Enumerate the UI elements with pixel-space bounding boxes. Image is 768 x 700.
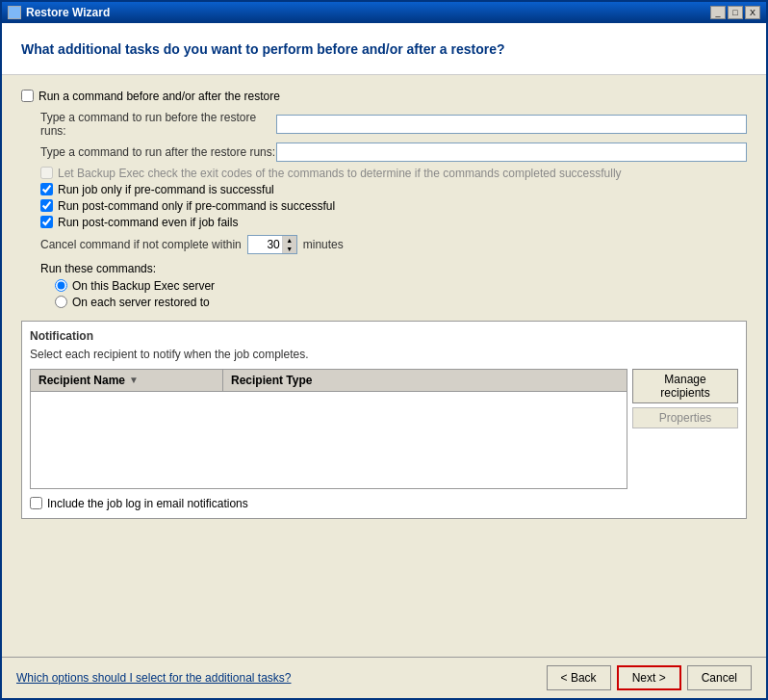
post-pre-checkbox-row: Run post-command only if pre-command is … [40, 199, 747, 213]
before-command-label: Type a command to run before the restore… [40, 111, 276, 138]
include-log-label: Include the job log in email notificatio… [47, 497, 248, 510]
recipients-table-body [31, 392, 627, 488]
minimize-button[interactable]: _ [710, 6, 726, 19]
notification-section: Notification Select each recipient to no… [21, 321, 747, 519]
close-button[interactable]: X [745, 6, 760, 19]
after-command-label: Type a command to run after the restore … [40, 145, 276, 159]
notification-description: Select each recipient to notify when the… [30, 348, 738, 361]
sub-checkboxes: Let Backup Exec check the exit codes of … [21, 167, 747, 229]
backup-exec-server-label: On this Backup Exec server [72, 279, 215, 293]
after-command-input[interactable] [276, 143, 747, 162]
maximize-button[interactable]: □ [728, 6, 743, 19]
pre-command-job-checkbox-row: Run job only if pre-command is successfu… [40, 183, 747, 196]
run-command-section: Run a command before and/or after the re… [21, 90, 747, 309]
post-job-fails-checkbox[interactable] [40, 216, 53, 228]
wizard-body: Run a command before and/or after the re… [2, 75, 766, 657]
pre-command-job-checkbox[interactable] [40, 183, 53, 195]
footer-buttons: < Back Next > Cancel [547, 665, 752, 690]
window-title: Restore Wizard [26, 6, 110, 19]
page-title: What additional tasks do you want to per… [21, 40, 747, 60]
timeout-unit: minutes [303, 238, 344, 251]
spinner-up-button[interactable]: ▲ [283, 236, 296, 245]
main-command-checkbox[interactable] [21, 90, 34, 102]
restore-wizard-window: Restore Wizard _ □ X What additional tas… [0, 0, 768, 700]
radio-each-server: On each server restored to [40, 296, 747, 309]
sort-arrow-icon: ▼ [129, 375, 139, 385]
recipient-name-header: Recipient Name [38, 374, 125, 387]
back-button[interactable]: < Back [547, 665, 611, 690]
backup-exec-server-radio[interactable] [55, 279, 67, 292]
post-pre-checkbox[interactable] [40, 199, 53, 212]
pre-command-job-label: Run job only if pre-command is successfu… [58, 183, 274, 196]
timeout-label: Cancel command if not complete within [40, 238, 242, 251]
timeout-row: Cancel command if not complete within ▲ … [21, 235, 747, 254]
recipient-type-column: Recipient Type [223, 370, 627, 391]
cancel-button[interactable]: Cancel [687, 665, 752, 690]
window-controls: _ □ X [710, 6, 760, 19]
run-commands-section: Run these commands: On this Backup Exec … [21, 262, 747, 309]
each-server-label: On each server restored to [72, 296, 210, 309]
post-pre-label: Run post-command only if pre-command is … [58, 199, 335, 213]
table-header: Recipient Name ▼ Recipient Type [31, 370, 627, 392]
each-server-radio[interactable] [55, 296, 67, 308]
recipient-name-column: Recipient Name ▼ [31, 370, 223, 391]
page-header: What additional tasks do you want to per… [2, 23, 766, 75]
main-command-label: Run a command before and/or after the re… [38, 90, 280, 103]
manage-recipients-button[interactable]: Manage recipients [632, 369, 738, 403]
timeout-input[interactable] [248, 236, 282, 253]
help-link[interactable]: Which options should I select for the ad… [16, 671, 292, 685]
properties-button[interactable]: Properties [632, 407, 738, 428]
include-log-row: Include the job log in email notificatio… [30, 497, 738, 510]
include-log-checkbox[interactable] [30, 497, 42, 509]
title-bar: Restore Wizard _ □ X [2, 2, 766, 23]
after-command-row: Type a command to run after the restore … [21, 143, 747, 162]
before-command-input[interactable] [276, 115, 747, 134]
recipients-area: Recipient Name ▼ Recipient Type Manage r… [30, 369, 738, 489]
radio-backup-exec-server: On this Backup Exec server [40, 279, 747, 293]
recipient-type-header: Recipient Type [231, 374, 312, 387]
spinner-down-button[interactable]: ▼ [283, 245, 296, 253]
timeout-spinner: ▲ ▼ [247, 235, 297, 254]
table-action-buttons: Manage recipients Properties [632, 369, 738, 489]
post-job-fails-label: Run post-command even if job fails [58, 216, 238, 229]
post-job-fails-checkbox-row: Run post-command even if job fails [40, 216, 747, 229]
window-icon [8, 6, 21, 19]
exit-code-checkbox-row: Let Backup Exec check the exit codes of … [40, 167, 747, 180]
exit-code-label: Let Backup Exec check the exit codes of … [58, 167, 622, 180]
before-command-row: Type a command to run before the restore… [21, 111, 747, 138]
footer: Which options should I select for the ad… [2, 657, 766, 698]
content-area: What additional tasks do you want to per… [2, 23, 766, 698]
spinner-buttons: ▲ ▼ [282, 236, 296, 253]
next-button[interactable]: Next > [617, 665, 681, 690]
main-command-checkbox-row: Run a command before and/or after the re… [21, 90, 747, 103]
run-commands-label: Run these commands: [40, 262, 747, 275]
notification-title: Notification [30, 329, 738, 343]
recipients-table: Recipient Name ▼ Recipient Type [30, 369, 627, 489]
exit-code-checkbox[interactable] [40, 167, 53, 179]
